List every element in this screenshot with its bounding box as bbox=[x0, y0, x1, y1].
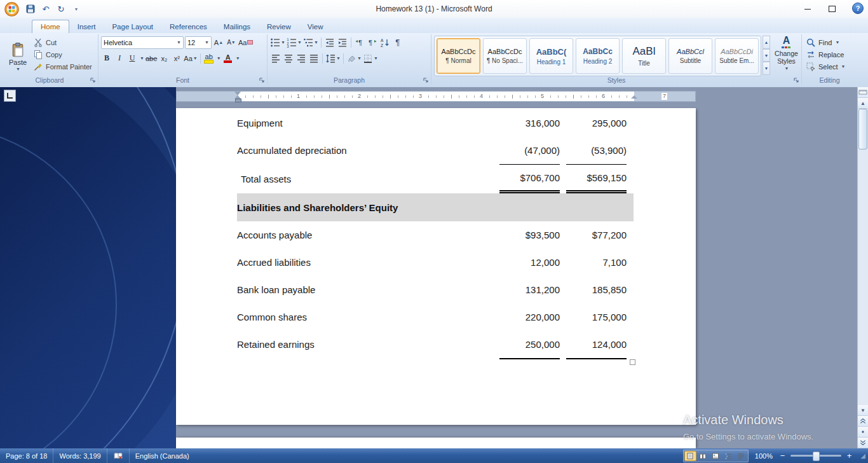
clipboard-dialog-launcher[interactable] bbox=[89, 76, 97, 83]
underline-button[interactable]: U bbox=[126, 52, 138, 64]
resize-grip[interactable]: ◢ bbox=[854, 452, 868, 459]
styles-scroll-up-button[interactable]: ▲ bbox=[763, 36, 770, 49]
font-color-button[interactable]: A bbox=[222, 52, 234, 64]
increase-indent-icon bbox=[337, 38, 348, 48]
right-to-left-button[interactable] bbox=[367, 36, 378, 48]
tab-stop-selector[interactable] bbox=[4, 90, 16, 102]
superscript-button[interactable]: x² bbox=[171, 52, 182, 64]
document-page[interactable]: Equipment316,000295,000Accumulated depre… bbox=[176, 108, 696, 425]
next-page-top[interactable] bbox=[176, 438, 696, 448]
shrink-font-button[interactable]: A▼ bbox=[226, 36, 237, 48]
numbering-button[interactable]: ▼ bbox=[287, 36, 302, 48]
language-indicator[interactable]: English (Canada) bbox=[130, 448, 195, 463]
tab-references[interactable]: References bbox=[161, 20, 215, 33]
change-styles-button[interactable]: A Change Styles ▼ bbox=[773, 36, 800, 71]
style-subtle-emphasis[interactable]: AaBbCcDiSubtle Em... bbox=[715, 38, 759, 74]
scrollbar-thumb[interactable] bbox=[858, 109, 867, 149]
left-indent-marker[interactable] bbox=[235, 99, 241, 102]
style-title[interactable]: AaBlTitle bbox=[622, 38, 666, 74]
customize-qat-button[interactable]: ▾ bbox=[71, 3, 82, 15]
zoom-out-button[interactable]: − bbox=[778, 451, 787, 460]
style-subtitle[interactable]: AaBbCclSubtitle bbox=[668, 38, 712, 74]
font-size-combo[interactable]: 12 ▼ bbox=[185, 36, 212, 49]
copy-button[interactable]: Copy bbox=[33, 48, 92, 60]
styles-scroll-down-button[interactable]: ▼ bbox=[763, 49, 770, 62]
styles-more-button[interactable]: ▼ bbox=[763, 62, 770, 75]
paste-button[interactable]: Paste ▼ bbox=[4, 36, 32, 76]
scroll-up-button[interactable]: ▲ bbox=[858, 98, 868, 109]
tab-page-layout[interactable]: Page Layout bbox=[104, 20, 161, 33]
font-name-combo[interactable]: Helvetica ▼ bbox=[101, 36, 184, 49]
bold-button[interactable]: B bbox=[101, 52, 112, 64]
style-no-spacing[interactable]: AaBbCcDc¶ No Spaci... bbox=[483, 38, 527, 74]
previous-page-button[interactable] bbox=[858, 416, 868, 427]
print-layout-view-button[interactable] bbox=[684, 451, 696, 461]
style-heading2[interactable]: AaBbCcHeading 2 bbox=[576, 38, 620, 74]
page-indicator[interactable]: Page: 8 of 18 bbox=[0, 448, 53, 463]
increase-indent-button[interactable] bbox=[337, 36, 348, 48]
highlight-dropdown-icon[interactable]: ▼ bbox=[217, 56, 221, 60]
italic-button[interactable]: I bbox=[114, 52, 125, 64]
tab-view[interactable]: View bbox=[299, 20, 332, 33]
cut-button[interactable]: Cut bbox=[33, 36, 92, 48]
line-spacing-button[interactable]: ▼ bbox=[325, 52, 341, 64]
strikethrough-button[interactable]: abe bbox=[146, 52, 157, 64]
change-case-button[interactable]: Aa▼ bbox=[184, 52, 197, 64]
office-button[interactable] bbox=[4, 1, 20, 17]
borders-button[interactable]: ▼ bbox=[363, 52, 378, 64]
web-layout-view-button[interactable] bbox=[710, 451, 722, 461]
save-button[interactable] bbox=[25, 3, 36, 15]
align-right-button[interactable] bbox=[295, 52, 307, 64]
tab-home[interactable]: Home bbox=[32, 20, 69, 33]
tab-mailings[interactable]: Mailings bbox=[215, 20, 259, 33]
left-to-right-button[interactable] bbox=[354, 36, 365, 48]
find-button[interactable]: Find ▼ bbox=[802, 36, 857, 48]
styles-dialog-launcher[interactable] bbox=[792, 76, 800, 83]
paragraph-dialog-launcher[interactable] bbox=[422, 76, 430, 83]
scroll-down-button[interactable]: ▼ bbox=[858, 405, 868, 416]
draft-view-button[interactable] bbox=[735, 451, 747, 461]
justify-button[interactable] bbox=[308, 52, 320, 64]
grow-font-button[interactable]: A▲ bbox=[213, 36, 224, 48]
zoom-slider-thumb[interactable] bbox=[813, 452, 820, 461]
shading-button[interactable]: ▼ bbox=[346, 52, 362, 64]
redo-button[interactable]: ↻ bbox=[55, 3, 67, 15]
style-heading1[interactable]: AaBbC(Heading 1 bbox=[529, 38, 573, 74]
style-normal[interactable]: AaBbCcDc¶ Normal bbox=[437, 38, 480, 74]
zoom-slider[interactable] bbox=[790, 455, 841, 457]
word-count[interactable]: Words: 3,199 bbox=[53, 448, 107, 463]
minimize-button[interactable] bbox=[796, 0, 820, 18]
decrease-indent-button[interactable] bbox=[324, 36, 336, 48]
undo-button[interactable]: ↶ bbox=[40, 3, 51, 15]
zoom-level[interactable]: 100% bbox=[755, 452, 773, 460]
align-left-button[interactable] bbox=[270, 52, 281, 64]
underline-dropdown-icon[interactable]: ▼ bbox=[140, 56, 144, 60]
right-indent-marker[interactable] bbox=[631, 95, 637, 99]
subscript-button[interactable]: x₂ bbox=[158, 52, 170, 64]
select-button[interactable]: Select ▼ bbox=[802, 60, 857, 73]
tab-review[interactable]: Review bbox=[259, 20, 299, 33]
help-button[interactable]: ? bbox=[852, 3, 864, 14]
align-center-button[interactable] bbox=[283, 52, 294, 64]
multilevel-list-button[interactable]: ▼ bbox=[303, 36, 318, 48]
show-hide-pilcrow-button[interactable]: ¶ bbox=[392, 36, 403, 48]
select-browse-object-button[interactable] bbox=[858, 427, 868, 438]
font-dialog-launcher[interactable] bbox=[258, 76, 266, 83]
font-color-dropdown-icon[interactable]: ▼ bbox=[236, 56, 240, 60]
bullets-button[interactable]: ▼ bbox=[270, 36, 285, 48]
sort-button[interactable] bbox=[379, 36, 391, 48]
next-page-button[interactable] bbox=[858, 438, 868, 448]
outline-view-button[interactable] bbox=[722, 451, 735, 461]
full-screen-reading-view-button[interactable] bbox=[697, 451, 709, 461]
ruler-toggle-button[interactable] bbox=[858, 87, 868, 98]
zoom-in-button[interactable]: + bbox=[844, 451, 854, 460]
vertical-scrollbar[interactable]: ▲ ▼ bbox=[857, 87, 868, 448]
replace-button[interactable]: Replace bbox=[802, 48, 857, 60]
restore-button[interactable] bbox=[820, 0, 844, 18]
clear-formatting-button[interactable]: Aa bbox=[238, 36, 253, 48]
proofing-status[interactable] bbox=[107, 448, 130, 463]
format-painter-button[interactable]: Format Painter bbox=[33, 60, 92, 73]
highlight-button[interactable]: ab bbox=[203, 52, 215, 64]
tab-insert[interactable]: Insert bbox=[69, 20, 104, 33]
horizontal-ruler[interactable]: 1234567 bbox=[176, 91, 696, 102]
